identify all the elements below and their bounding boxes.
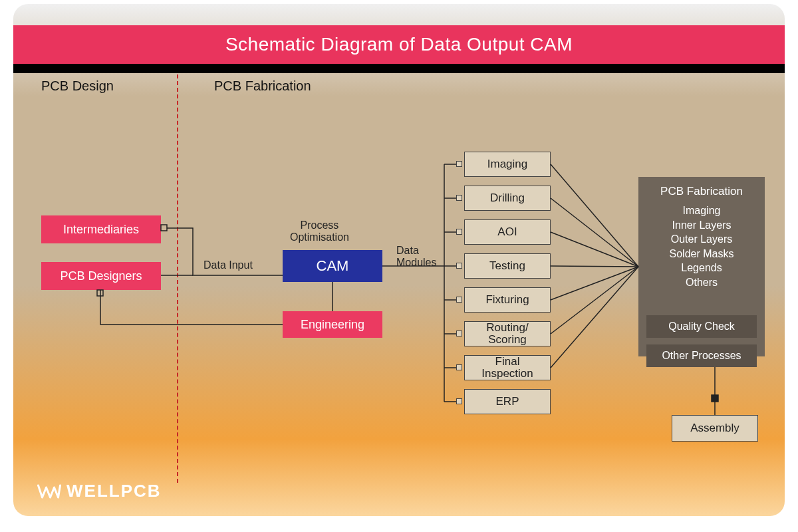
panel-line: Outer Layers [671,232,732,247]
panel-header: PCB Fabrication [660,185,743,198]
module-aoi: AOI [464,219,551,245]
connector-tab [456,364,462,370]
connector-tab [456,229,462,235]
brand-logo: WELLPCB [37,481,162,501]
module-imaging: Imaging [464,152,551,177]
node-assembly: Assembly [672,415,758,442]
label-data-input: Data Input [203,259,253,271]
panel-quality-check: Quality Check [646,315,757,338]
connector-tab [456,195,462,201]
diagram-title: Schematic Diagram of Data Output CAM [225,34,573,55]
connector-tab [456,263,462,269]
module-erp: ERP [464,389,551,414]
svg-rect-1 [97,290,103,296]
node-intermediaries: Intermediaries [41,215,161,243]
module-routing: Routing/ Scoring [464,321,551,346]
node-pcb-designers: PCB Designers [41,262,161,290]
module-final-inspection: Final Inspection [464,355,551,380]
connector-tab [456,297,462,303]
node-engineering: Engineering [283,311,382,338]
brand-mark-icon [37,482,61,501]
module-fixturing: Fixturing [464,287,551,313]
section-fabrication-label: PCB Fabrication [214,78,311,94]
panel-line: Inner Layers [672,218,732,233]
svg-rect-2 [712,395,718,402]
node-cam: CAM [283,250,382,282]
title-band: Schematic Diagram of Data Output CAM [13,25,785,64]
panel-line: Legends [681,261,722,275]
svg-rect-0 [161,225,167,231]
label-data-modules: Data Modules [396,245,436,269]
panel-line: Solder Masks [670,247,734,261]
section-divider [177,74,178,483]
panel-line: Imaging [683,203,721,218]
connector-tab [456,161,462,167]
module-testing: Testing [464,253,551,279]
diagram-card: Schematic Diagram of Data Output CAM PCB… [13,4,785,516]
brand-text: WELLPCB [66,481,162,501]
connector-tab [456,398,462,404]
panel-line: Others [686,275,718,290]
title-underline [13,64,785,73]
label-process-optimisation: Process Optimisation [290,219,349,243]
section-design-label: PCB Design [41,78,114,94]
module-drilling: Drilling [464,186,551,211]
connector-tab [456,331,462,336]
panel-other-processes: Other Processes [646,344,757,367]
